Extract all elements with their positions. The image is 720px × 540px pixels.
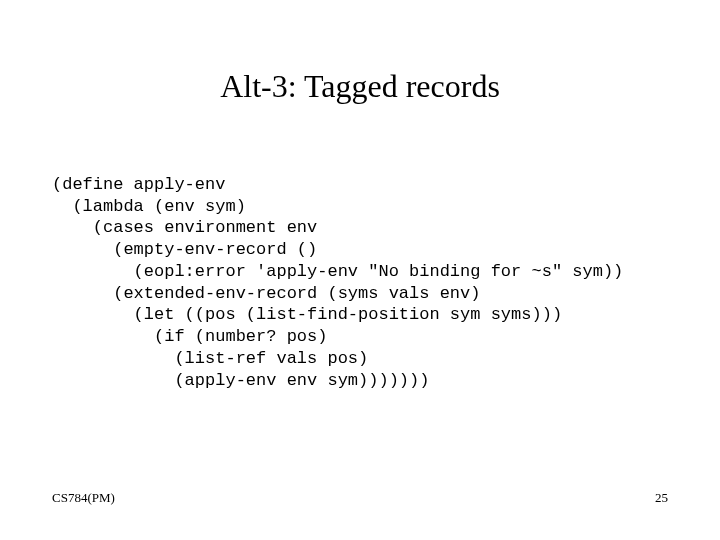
slide: Alt-3: Tagged records (define apply-env … bbox=[0, 0, 720, 540]
code-line: (eopl:error 'apply-env "No binding for ~… bbox=[52, 262, 623, 281]
code-line: (extended-env-record (syms vals env) bbox=[52, 284, 480, 303]
code-line: (let ((pos (list-find-position sym syms)… bbox=[52, 305, 562, 324]
code-block: (define apply-env (lambda (env sym) (cas… bbox=[52, 152, 623, 391]
code-line: (define apply-env bbox=[52, 175, 225, 194]
code-line: (list-ref vals pos) bbox=[52, 349, 368, 368]
code-line: (lambda (env sym) bbox=[52, 197, 246, 216]
code-line: (if (number? pos) bbox=[52, 327, 327, 346]
code-line: (cases environment env bbox=[52, 218, 317, 237]
code-line: (apply-env env sym))))))) bbox=[52, 371, 429, 390]
slide-title: Alt-3: Tagged records bbox=[0, 68, 720, 105]
page-number: 25 bbox=[655, 490, 668, 506]
footer-left: CS784(PM) bbox=[52, 490, 115, 506]
code-line: (empty-env-record () bbox=[52, 240, 317, 259]
